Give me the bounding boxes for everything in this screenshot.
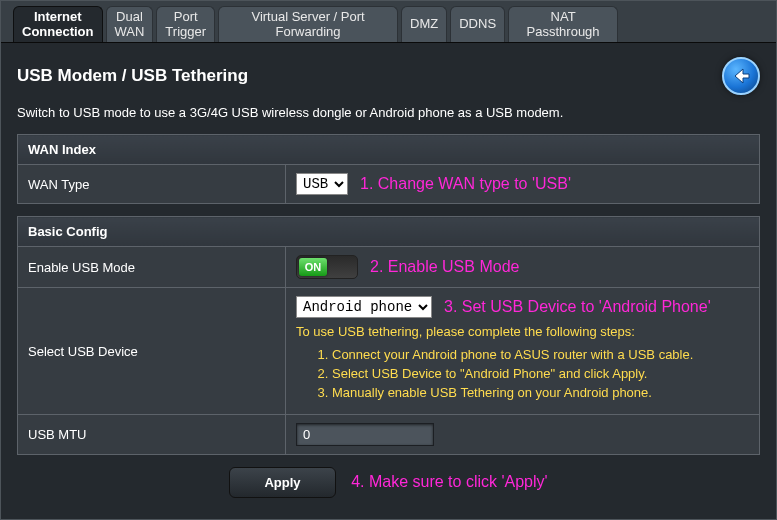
tab-ddns[interactable]: DDNS <box>450 6 505 42</box>
basic-config-panel: Basic Config Enable USB Mode ON 2. Enabl… <box>17 216 760 455</box>
tab-nat-passthrough[interactable]: NATPassthrough <box>508 6 618 42</box>
wan-type-select[interactable]: USB <box>296 173 348 195</box>
wan-index-panel: WAN Index WAN Type USB 1. Change WAN typ… <box>17 134 760 204</box>
tab-port-trigger[interactable]: PortTrigger <box>156 6 215 42</box>
page-description: Switch to USB mode to use a 3G/4G USB wi… <box>17 105 760 120</box>
annotation-1: 1. Change WAN type to 'USB' <box>360 175 571 193</box>
back-button[interactable] <box>722 57 760 95</box>
apply-button[interactable]: Apply <box>229 467 335 498</box>
tether-hint: To use USB tethering, please complete th… <box>296 324 635 339</box>
usb-mtu-label: USB MTU <box>18 415 286 455</box>
enable-usb-label: Enable USB Mode <box>18 247 286 288</box>
back-arrow-icon <box>729 64 753 88</box>
wan-index-header: WAN Index <box>18 135 760 165</box>
basic-config-header: Basic Config <box>18 217 760 247</box>
annotation-2: 2. Enable USB Mode <box>370 258 519 276</box>
page-title: USB Modem / USB Tethering <box>17 66 248 86</box>
enable-usb-toggle[interactable]: ON <box>296 255 358 279</box>
toggle-on-indicator: ON <box>299 258 327 276</box>
tether-step-3: Manually enable USB Tethering on your An… <box>332 385 693 400</box>
tab-dmz[interactable]: DMZ <box>401 6 447 42</box>
tab-bar: InternetConnection DualWAN PortTrigger V… <box>1 1 776 43</box>
annotation-4: 4. Make sure to click 'Apply' <box>351 473 547 490</box>
select-usb-device-label: Select USB Device <box>18 288 286 415</box>
tether-step-2: Select USB Device to "Android Phone" and… <box>332 366 693 381</box>
tether-step-1: Connect your Android phone to ASUS route… <box>332 347 693 362</box>
usb-device-select[interactable]: Android phone <box>296 296 432 318</box>
annotation-3: 3. Set USB Device to 'Android Phone' <box>444 298 711 316</box>
tab-dual-wan[interactable]: DualWAN <box>106 6 154 42</box>
wan-type-label: WAN Type <box>18 165 286 204</box>
tab-internet-connection[interactable]: InternetConnection <box>13 6 103 42</box>
tab-virtual-server[interactable]: Virtual Server / PortForwarding <box>218 6 398 42</box>
usb-mtu-input[interactable] <box>296 423 434 446</box>
tether-steps: Connect your Android phone to ASUS route… <box>332 343 693 404</box>
